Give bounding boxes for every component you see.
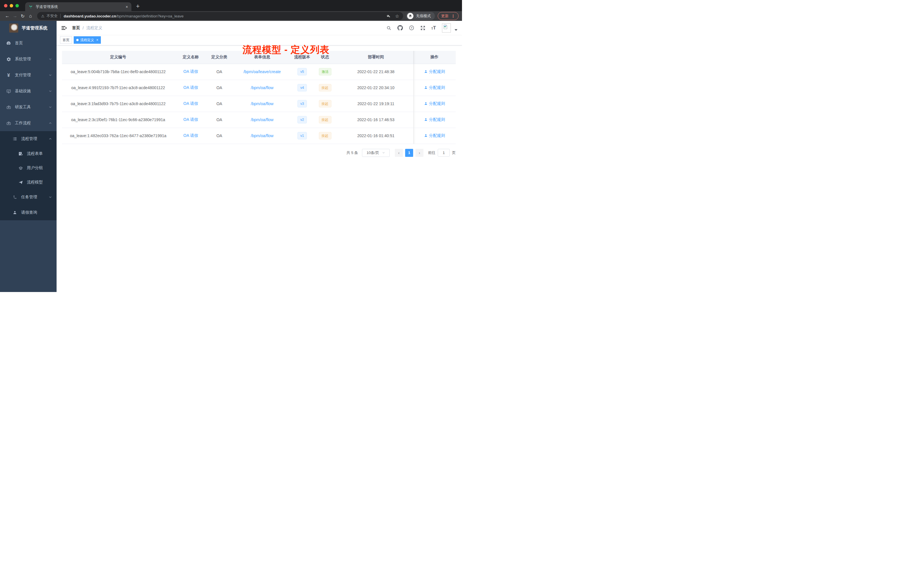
- form-link[interactable]: /bpm/oa/flow: [251, 134, 274, 138]
- sidebar-item-dev-tools[interactable]: 研发工具: [0, 99, 56, 115]
- new-tab-button[interactable]: +: [136, 3, 140, 10]
- status-badge: 挂起: [319, 100, 332, 107]
- user-icon: [424, 118, 428, 121]
- tab-close-icon[interactable]: ×: [126, 5, 128, 9]
- back-icon[interactable]: ←: [3, 13, 11, 18]
- form-link[interactable]: /bpm/oa/flow: [251, 86, 274, 90]
- window-close-button[interactable]: [4, 4, 7, 7]
- help-icon[interactable]: ?: [409, 25, 414, 31]
- version-badge: v5: [297, 68, 307, 76]
- cell-form-info: /bpm/oa/leave/create: [231, 64, 293, 80]
- browser-menu-dots-icon[interactable]: ⋮: [451, 14, 455, 18]
- window-zoom-button[interactable]: [15, 4, 19, 7]
- font-size-icon[interactable]: TT: [431, 25, 436, 30]
- definition-table: 定义编号 定义名称 定义分类 表单信息 流程版本 状态 部署时间 操作 oa_l…: [62, 51, 456, 144]
- avatar-caret-down-icon[interactable]: [455, 29, 457, 31]
- cell-version: v5: [293, 64, 312, 80]
- sidebar-item-leave-query[interactable]: 请假查询: [0, 205, 56, 220]
- sidebar-item-home[interactable]: 首页: [0, 35, 56, 51]
- home-icon[interactable]: ⌂: [26, 13, 34, 18]
- yen-icon: ¥: [5, 73, 12, 78]
- avatar[interactable]: [442, 23, 451, 33]
- status-badge: 挂起: [319, 116, 332, 124]
- definition-name-link[interactable]: OA 请假: [183, 117, 198, 122]
- cell-definition-id: oa_leave:5:004b710b-7b8a-11ec-8ef0-acde4…: [62, 64, 174, 80]
- cell-actions: 分配规则: [413, 128, 456, 144]
- update-label: 更新: [441, 13, 449, 18]
- next-page-button[interactable]: ›: [416, 149, 423, 157]
- sidebar-item-workflow[interactable]: 工作流程: [0, 115, 56, 131]
- tag-label: 首页: [63, 38, 69, 43]
- form-link[interactable]: /bpm/oa/flow: [251, 101, 274, 106]
- hamburger-icon[interactable]: [56, 25, 71, 31]
- reload-icon[interactable]: ↻: [19, 13, 26, 19]
- breadcrumb: 首页 / 流程定义: [72, 25, 102, 31]
- sidebar-item-user-group[interactable]: 用户分组: [0, 161, 56, 175]
- password-key-icon[interactable]: [386, 14, 391, 18]
- sidebar-item-process-management[interactable]: 流程管理: [0, 131, 56, 147]
- tag-close-icon[interactable]: ×: [96, 38, 98, 42]
- goto-page-input[interactable]: [438, 149, 450, 157]
- assign-rule-button[interactable]: 分配规则: [424, 133, 445, 138]
- assign-rule-button[interactable]: 分配规则: [424, 85, 445, 90]
- toolbox-icon: [5, 105, 12, 110]
- definition-name-link[interactable]: OA 请假: [183, 101, 198, 106]
- tag-process-definition[interactable]: 流程定义 ×: [74, 36, 101, 44]
- bookmark-star-icon[interactable]: ☆: [395, 13, 399, 19]
- github-icon[interactable]: [398, 25, 403, 31]
- incognito-badge: 无痕模式: [406, 12, 435, 20]
- svg-text:?: ?: [411, 26, 412, 30]
- definition-name-link[interactable]: OA 请假: [183, 69, 198, 74]
- cell-status: 挂起: [312, 128, 338, 144]
- sidebar-item-process-form[interactable]: 流程表单: [0, 147, 56, 161]
- page-size-value: 10条/页: [366, 150, 379, 155]
- send-icon: [17, 180, 24, 185]
- forward-icon[interactable]: →: [11, 13, 19, 18]
- app-window: 芋道管理系统 首页 系统管理 ¥ 支付管理: [0, 21, 462, 292]
- sidebar-item-process-model[interactable]: 流程模型: [0, 175, 56, 190]
- select-chevron-down-icon: [382, 151, 385, 154]
- user-icon: [424, 86, 428, 89]
- cell-definition-id: oa_leave:3:1fad3d93-7b75-11ec-a3c8-acde4…: [62, 96, 174, 112]
- not-secure-label[interactable]: 不安全: [46, 13, 58, 18]
- col-definition-category: 定义分类: [207, 51, 231, 64]
- page-number-current[interactable]: 1: [405, 149, 413, 157]
- broken-image-icon: [443, 24, 448, 30]
- cell-status: 激活: [312, 64, 338, 80]
- cell-deploy-time: 2022-01-22 21:48:38: [338, 64, 413, 80]
- assign-rule-button[interactable]: 分配规则: [424, 69, 445, 74]
- sidebar-item-payment[interactable]: ¥ 支付管理: [0, 67, 56, 83]
- browser-toolbar: ← → ↻ ⌂ ⚠ 不安全 dashboard.yudao.iocoder.cn…: [0, 11, 462, 21]
- cell-category: OA: [207, 64, 231, 80]
- cell-deploy-time: 2022-01-16 01:40:51: [338, 128, 413, 144]
- definition-name-link[interactable]: OA 请假: [183, 133, 198, 138]
- goto-page: 前往 页: [428, 149, 456, 157]
- form-link[interactable]: /bpm/oa/flow: [251, 117, 274, 122]
- window-minimize-button[interactable]: [10, 4, 13, 7]
- sidebar-item-task-management[interactable]: 任务管理: [0, 190, 56, 205]
- form-link[interactable]: /bpm/oa/leave/create: [243, 69, 281, 74]
- navbar-actions: ? TT: [386, 23, 462, 33]
- sidebar-logo[interactable]: 芋道管理系统: [0, 21, 56, 35]
- cell-status: 挂起: [312, 112, 338, 128]
- update-button[interactable]: 更新 ⋮: [438, 12, 459, 20]
- incognito-label: 无痕模式: [416, 13, 431, 18]
- assign-rule-button[interactable]: 分配规则: [424, 117, 445, 122]
- chevron-up-icon: [49, 137, 52, 140]
- browser-tab[interactable]: 芋道管理系统 ×: [25, 2, 132, 11]
- tag-home[interactable]: 首页: [60, 36, 72, 44]
- address-bar[interactable]: ⚠ 不安全 dashboard.yudao.iocoder.cn /bpm/ma…: [37, 12, 403, 20]
- page-size-select[interactable]: 10条/页: [362, 149, 390, 157]
- assign-rule-button[interactable]: 分配规则: [424, 101, 445, 106]
- definition-name-link[interactable]: OA 请假: [183, 85, 198, 90]
- tab-strip: 芋道管理系统 × +: [0, 0, 462, 11]
- status-badge: 挂起: [319, 84, 332, 91]
- top-navbar: 首页 / 流程定义 ?: [56, 21, 462, 35]
- prev-page-button[interactable]: ‹: [395, 149, 403, 157]
- sidebar-item-system[interactable]: 系统管理: [0, 51, 56, 67]
- search-icon[interactable]: [386, 25, 391, 31]
- fullscreen-icon[interactable]: [420, 25, 426, 31]
- breadcrumb-home[interactable]: 首页: [72, 25, 80, 31]
- sidebar-item-infrastructure[interactable]: 基础设施: [0, 83, 56, 99]
- user-icon: [424, 70, 428, 73]
